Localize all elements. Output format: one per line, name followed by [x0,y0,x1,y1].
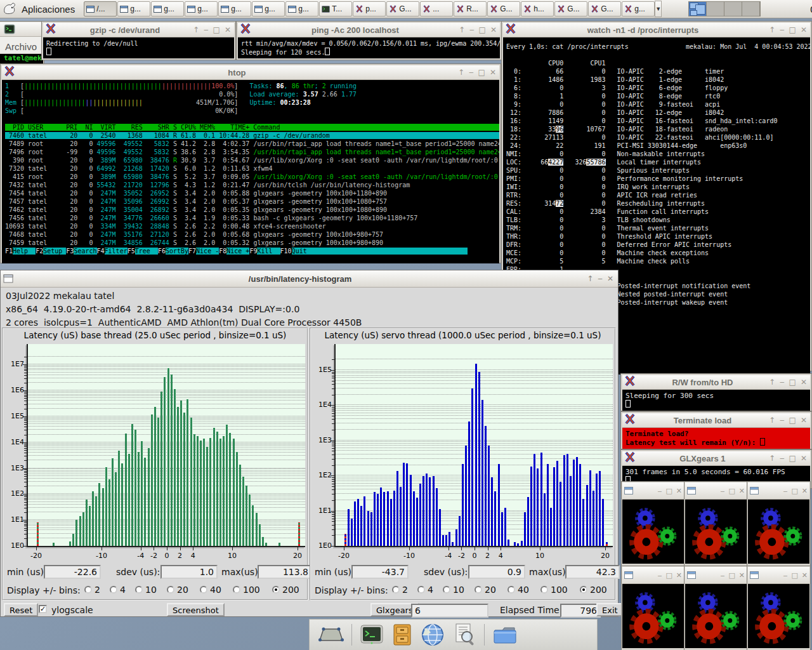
taskbar-window-button-1[interactable]: g... [117,1,150,17]
minimize-button[interactable]: ‒ [469,25,475,34]
background-terminal-window[interactable]: Archivo tatel@meka [0,21,44,65]
rw-hd-terminal-content[interactable]: Sleeping for 300 secs [622,390,810,411]
taskbar-window-button-14[interactable]: G... [554,1,587,17]
htop-titlebar[interactable]: htop ↑‒□✕ [2,65,499,80]
minimize-button[interactable]: ‒ [204,25,209,34]
sdev-field[interactable]: 1.0 [160,565,218,579]
close-button[interactable]: ✕ [801,454,807,463]
bins-radio-200[interactable]: 200 [272,585,299,595]
workspace-4[interactable] [742,2,760,16]
rollup-button[interactable]: ↑ [587,274,593,283]
minimize-button[interactable]: ‒ [657,487,662,495]
reset-button[interactable]: Reset [4,603,38,616]
watch-titlebar[interactable]: watch -n1 -d /proc/interrupts ↑‒□✕ [503,23,810,37]
ping-terminal-content[interactable]: rtt min/avg/max/mdev = 0.056/0.062/0.156… [238,37,500,58]
taskbar-window-button-10[interactable]: ... [420,1,453,17]
rollup-button[interactable]: ↑ [459,25,465,34]
ylogscale-checkbox[interactable]: ✓ [39,605,47,613]
bins-radio-40[interactable]: 40 [200,585,221,595]
glxgears-fps-titlebar[interactable]: GLXgears 1 ↑‒□✕ [622,451,810,466]
rollup-button[interactable]: ↑ [193,25,199,34]
taskbar-window-button-5[interactable]: g... [252,1,285,17]
minimize-button[interactable]: ‒ [469,68,474,77]
workspace-1[interactable] [689,2,707,16]
maximize-button[interactable]: □ [789,416,796,425]
htop-process-row[interactable]: 7456 tatel 20 0 247M 34776 26660 S 3.4 1… [5,215,417,222]
terminal-launcher-icon[interactable] [360,624,384,646]
taskbar-window-button-6[interactable]: g... [285,1,318,17]
taskbar-window-button-16[interactable]: g... [622,1,655,17]
web-browser-icon[interactable] [421,623,445,647]
elapsed-time-field[interactable]: 796 [560,604,601,618]
htop-process-row[interactable]: 7459 tatel 20 0 247M 34856 26744 S 2.6 2… [5,239,383,246]
minimize-button[interactable]: ‒ [780,25,785,34]
glxgears-titlebar[interactable]: ‒□✕ [685,567,747,584]
bins-radio-100[interactable]: 100 [540,585,568,595]
file-manager-icon[interactable] [492,624,519,646]
maximize-button[interactable]: □ [728,487,735,495]
rollup-button[interactable]: ↑ [769,25,775,34]
rw-hd-titlebar[interactable]: R/W from/to HD ↑‒□✕ [622,375,810,390]
htop-process-row[interactable]: 7489 root 20 0 49596 49552 5832 S 41.2 2… [5,140,499,147]
htop-process-row[interactable]: 390 root 20 0 389M 65980 38476 R 30.9 3.… [5,157,499,164]
taskbar-window-button-13[interactable]: h... [521,1,554,17]
maximize-button[interactable]: □ [479,25,486,34]
taskbar-window-button-3[interactable]: g... [185,1,218,17]
bins-radio-40[interactable]: 40 [508,585,529,595]
gzip-titlebar[interactable]: gzip -c /dev/urand ↑‒□✕ [43,23,234,37]
document-search-icon[interactable] [452,623,476,647]
glxgears-titlebar[interactable]: ‒□✕ [748,567,809,584]
glxgears-titlebar[interactable]: ‒□✕ [622,567,684,584]
htop-process-row[interactable]: 10693 tatel 20 0 334M 39432 28848 S 2.6 … [5,223,326,230]
taskbar-window-button-2[interactable]: g... [151,1,184,17]
file-cabinet-icon[interactable] [391,623,413,646]
maximize-button[interactable]: □ [789,25,796,34]
glxgears-titlebar[interactable]: ‒□✕ [622,482,684,500]
close-button[interactable]: ✕ [801,378,807,387]
applications-menu[interactable]: Aplicaciones [0,0,81,18]
taskbar-window-button-4[interactable]: g... [218,1,251,17]
maximize-button[interactable]: □ [791,571,797,580]
htop-process-row[interactable]: 7457 tatel 20 0 247M 35096 26992 S 3.4 2… [5,198,387,205]
htop-process-row[interactable]: 7454 tatel 20 0 247M 35052 26952 S 3.4 2… [5,190,387,197]
bins-radio-10[interactable]: 10 [443,585,464,595]
tasklist-overflow-button[interactable]: ▼ [655,1,662,17]
bins-radio-100[interactable]: 100 [233,585,260,595]
gzip-terminal-content[interactable]: Redirecting to /dev/null [43,37,234,58]
maximize-button[interactable]: □ [789,454,796,463]
gears-count-field[interactable]: 6 [411,604,488,618]
terminate-load-terminal-content[interactable]: Terminate load? Latency test will remain… [622,428,810,449]
minimize-button[interactable]: ‒ [780,416,785,425]
bins-radio-4[interactable]: 4 [110,585,126,595]
show-desktop-icon[interactable] [318,625,344,644]
close-button[interactable]: ✕ [490,25,497,34]
taskbar-window-button-15[interactable]: G... [588,1,621,17]
htop-process-row[interactable]: 7432 tatel 20 0 55432 21720 12796 S 4.3 … [5,182,410,189]
minimize-button[interactable]: ‒ [783,487,787,495]
taskbar-window-button-0[interactable]: /... [84,1,117,17]
close-button[interactable]: ✕ [802,571,808,580]
htop-process-row[interactable]: 7468 tatel 20 0 247M 35176 27120 S 2.6 2… [5,231,383,238]
close-button[interactable]: ✕ [802,487,808,495]
taskbar-window-button-11[interactable]: R... [454,1,487,17]
terminate-load-titlebar[interactable]: Terminate load ↑‒□✕ [622,413,810,428]
glxgears-titlebar[interactable]: ‒□✕ [748,482,809,500]
bins-radio-200[interactable]: 200 [580,585,607,595]
close-button[interactable]: ✕ [676,487,682,495]
min-field[interactable]: -43.7 [351,565,409,579]
htop-process-row[interactable]: 7496 root -99 0 49596 49552 5832 S 38.6 … [5,149,499,156]
htop-process-row[interactable]: 415 root 20 0 389M 65980 38476 S 5.2 3.7… [5,173,499,180]
close-button[interactable]: ✕ [490,68,496,77]
bins-radio-2[interactable]: 2 [84,585,100,595]
taskbar-window-button-7[interactable]: T... [319,1,352,17]
background-terminal-titlebar[interactable] [0,22,43,37]
htop-header-row[interactable]: PID USER PRI NI VIRT RES SHR S CPU% MEM%… [5,124,499,131]
sdev-field[interactable]: 0.9 [468,565,525,579]
histogram-plot-area[interactable] [334,344,613,547]
close-button[interactable]: ✕ [801,25,807,34]
close-button[interactable]: ✕ [739,487,745,495]
maximize-button[interactable]: □ [213,25,220,34]
maximize-button[interactable]: □ [789,378,796,387]
taskbar-window-button-12[interactable]: G... [487,1,520,17]
taskbar-window-button-9[interactable]: G... [386,1,419,17]
